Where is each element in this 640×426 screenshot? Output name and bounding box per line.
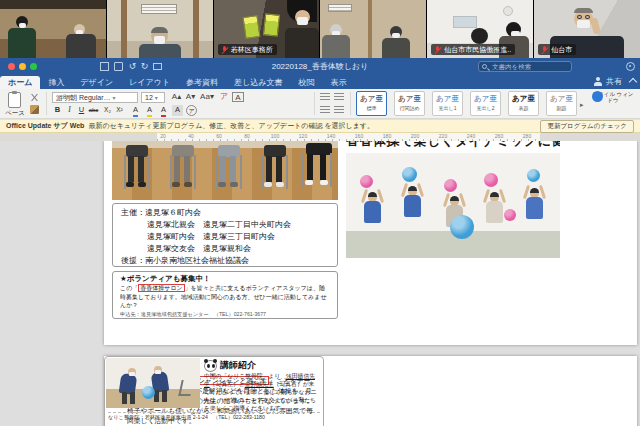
video-tile[interactable]: 仙台市市民協働推進..	[427, 0, 533, 58]
group-divider	[350, 92, 351, 115]
bold-button[interactable]: B	[52, 105, 63, 116]
document-page-2[interactable]: シャンシャン 香香体操とは？ 『最後まで自分らしくシャンシャンと過ごす』ことをテ…	[104, 356, 637, 426]
ruler-mark: 80	[244, 133, 250, 140]
tab-home[interactable]: ホーム	[0, 76, 40, 89]
seated-exercise-photo	[112, 141, 338, 200]
participant-name: 仙台市市民協働推進..	[444, 45, 511, 54]
subscript-button[interactable]: X₂	[102, 105, 113, 116]
style-title[interactable]: あア亜 表題	[508, 91, 539, 116]
ruler-mark: 120	[299, 133, 307, 140]
superscript-button[interactable]: X²	[114, 105, 125, 116]
tab-insert[interactable]: 挿入	[40, 76, 72, 89]
font-color-button[interactable]: A	[158, 105, 169, 116]
video-tile[interactable]: 若林区事務所	[214, 0, 320, 58]
tab-layout[interactable]: レイアウト	[121, 76, 178, 89]
instructor-heading: 講師紹介	[220, 360, 256, 370]
raised-hand	[590, 17, 601, 34]
share-button[interactable]: 共有	[594, 76, 622, 87]
video-tile[interactable]: 仙台市	[534, 0, 640, 58]
search-icon	[482, 64, 487, 69]
share-person-icon	[594, 77, 603, 86]
ruler-mark: 180	[383, 133, 391, 140]
share-label: 共有	[606, 76, 622, 87]
shrink-font-button[interactable]: A▾	[184, 92, 197, 102]
strikethrough-button[interactable]: abc	[88, 105, 99, 116]
hair	[151, 27, 168, 33]
style-gallery-more-icon[interactable]: ▸	[580, 101, 584, 109]
notification-message: 最新のセキュリティ更新プログラム、修正、改善と、アップデートの確認 を選択します…	[88, 121, 374, 131]
align-center-icon[interactable]	[334, 106, 344, 113]
style-normal[interactable]: あア亜 標準	[356, 91, 387, 116]
search-input[interactable]: 文書内を検索	[478, 61, 572, 72]
panda-icon	[204, 360, 217, 372]
participant-name-badge: 若林区事務所	[218, 44, 277, 55]
face-mask	[577, 20, 590, 28]
style-heading2[interactable]: あア亜 見出し2	[470, 91, 501, 116]
ruler-mark: 240	[467, 133, 475, 140]
tab-review[interactable]: 校閲	[290, 76, 322, 89]
wall-light	[503, 6, 513, 16]
tab-design[interactable]: デザイン	[72, 76, 121, 89]
ruler-mark: 20	[160, 133, 166, 140]
gear-icon[interactable]	[626, 62, 635, 71]
participant-body	[66, 34, 96, 58]
word-title-bar: ↺ ↻ 20220128_香香体験しおり 文書内を検索	[0, 58, 640, 75]
instructor-body: 中国の「なりこ整骨院」より、浅田晴信先生（写真左）と金野誠先生（写真右）が来てく…	[204, 372, 320, 412]
style-heading1[interactable]: あア亜 見出し1	[432, 91, 463, 116]
numbered-list-icon[interactable]	[334, 93, 344, 100]
organizer-box: 主催：遠見塚６町内会 遠見塚北親会 遠見塚二丁目中央町内会 遠見塚町内会 遠見塚…	[112, 203, 338, 267]
phonetic-guide-button[interactable]: ア	[218, 92, 230, 102]
organizer-line: 後援：南小泉南地区社会福祉協議会	[121, 255, 329, 267]
text-effects-button[interactable]: A	[130, 105, 141, 116]
check-updates-button[interactable]: 更新プログラムのチェック	[540, 120, 634, 133]
ribbon: ペースト 游明朝 Regular… ▾ 12 ▾ A▴ A▾ Aa▾ ア A B…	[0, 89, 640, 119]
face-mask	[154, 36, 165, 44]
participant-name: 若林区事務所	[231, 45, 273, 54]
door-frame	[368, 0, 372, 58]
ruler[interactable]: 20406080100120140160180200220240260280	[0, 133, 640, 141]
ruler-mark: 200	[411, 133, 419, 140]
enclose-characters-button[interactable]: A	[232, 92, 244, 102]
format-painter-icon[interactable]	[30, 105, 39, 114]
video-tile[interactable]	[0, 0, 106, 58]
style-no-spacing[interactable]: あア亜 行間詰め	[394, 91, 425, 116]
style-subtitle[interactable]: あア亜 副題	[546, 91, 577, 116]
participant-body	[139, 44, 181, 58]
video-tile[interactable]	[107, 0, 213, 58]
muted-mic-icon	[434, 46, 441, 54]
ruler-mark: 100	[271, 133, 279, 140]
collapse-ribbon-icon[interactable]	[629, 78, 637, 86]
muted-mic-icon	[541, 46, 548, 54]
air-conditioner	[328, 4, 352, 12]
paste-button[interactable]	[8, 92, 21, 108]
underline-button[interactable]: U	[76, 105, 87, 116]
font-name-select[interactable]: 游明朝 Regular… ▾	[52, 92, 138, 103]
document-area: 香香体操で楽しくダイナミックに健康づくり	[0, 141, 640, 426]
door-frame	[121, 0, 127, 58]
organizer-line: 遠見塚北親会 遠見塚二丁目中央町内会	[121, 219, 329, 231]
organizer-line: 主催：遠見塚６町内会	[121, 207, 329, 219]
enclosed-char-button[interactable]: ア	[186, 105, 197, 116]
character-shading-button[interactable]: A	[172, 105, 183, 116]
volunteer-title: ★ボランティアも募集中！	[120, 274, 330, 284]
booklet	[242, 15, 260, 39]
tab-mailings[interactable]: 差し込み文書	[226, 76, 290, 89]
participant-body	[382, 38, 410, 58]
clipped-heading: 香香体操で楽しくダイナミックに健康づくり	[346, 141, 560, 150]
italic-button[interactable]: I	[64, 105, 75, 116]
change-case-button[interactable]: Aa▾	[199, 92, 215, 102]
highlight-color-button[interactable]: A	[144, 105, 155, 116]
cut-icon[interactable]	[30, 93, 39, 102]
document-page-1[interactable]: 香香体操で楽しくダイナミックに健康づくり	[104, 141, 637, 345]
air-conditioner	[141, 4, 177, 14]
tab-references[interactable]: 参考資料	[178, 76, 226, 89]
bullet-list-icon[interactable]	[320, 93, 330, 100]
font-size-select[interactable]: 12 ▾	[141, 92, 165, 103]
video-tile[interactable]	[320, 0, 426, 58]
face-mask	[297, 17, 308, 25]
tab-view[interactable]: 表示	[322, 76, 354, 89]
style-window-button[interactable]: スタイル ウィンドウ	[592, 91, 634, 103]
group-divider	[314, 92, 315, 115]
align-left-icon[interactable]	[320, 106, 330, 113]
grow-font-button[interactable]: A▴	[170, 92, 183, 102]
